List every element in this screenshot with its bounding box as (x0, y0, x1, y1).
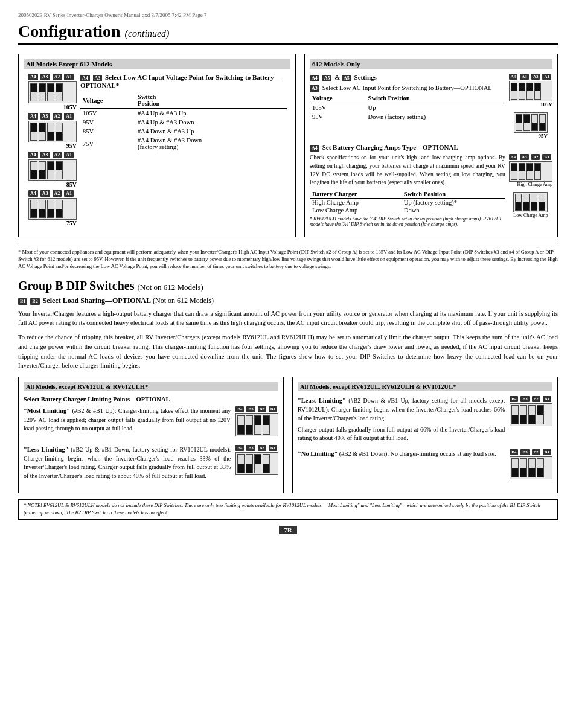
b1b2-title: B1 B2 Select Load Sharing—OPTIONAL (Not … (18, 296, 558, 305)
page-number: 7R (279, 526, 297, 534)
col-voltage: Voltage (80, 92, 135, 109)
dip-most-limiting: B4B3B2B1 (235, 406, 278, 436)
page-title: Configuration (continued) (18, 22, 558, 45)
left-box-header: All Models Except 612 Models (24, 59, 290, 69)
charging-amps-body: Check specifications on for your unit's … (310, 154, 505, 187)
table-row: High Charge Amp Up (factory setting)* (310, 199, 505, 207)
bottom-right-box: All Models, except RV612UL, RV612ULH & R… (292, 377, 558, 493)
charger-table: Battery Charger Switch Position High Cha… (310, 190, 505, 214)
right-subsection2: A4 Set Battery Charging Amps Type—OPTION… (310, 144, 552, 227)
group-b-para1: Your Inverter/Charger features a high-ou… (18, 309, 558, 328)
table-row: Low Charge Amp Down (310, 206, 505, 214)
no-limiting: B4B3B2B1 (298, 449, 552, 482)
table-row: 95V Down (factory setting) (310, 112, 505, 121)
col-switch-pos: SwitchPosition (135, 92, 287, 109)
dip-diagram-95v: A4A3A2A1 (28, 113, 77, 149)
badge-a3-left: A3 (93, 75, 103, 81)
voltage-table-right: Voltage Switch Position 105V Up (310, 94, 505, 121)
bottom-left-header: All Models, except RV612UL & RV612ULH* (24, 382, 278, 391)
less-limiting: B4B3B2B1 (24, 445, 278, 481)
dip-no-limiting: B4B3B2B1 (510, 449, 552, 479)
badge-a5-right: A5 (322, 75, 332, 81)
file-header: 200502023 RV Series Inverter-Charger Own… (18, 12, 558, 18)
least-limiting: B4B3B2B1 (298, 396, 552, 443)
bottom-right-header: All Models, except RV612UL, RV612ULH & R… (298, 382, 552, 391)
left-box-text: A4 A3 Select Low AC Input Voltage Point … (80, 74, 287, 226)
table-row: 105V #A4 Up & #A3 Up (80, 109, 287, 118)
dip-less-limiting: B4B3B2B1 (235, 445, 278, 475)
table-row: 105V Up (310, 103, 505, 113)
voltage-table-left: Voltage SwitchPosition 105V #A4 Up & #A3… (80, 92, 287, 152)
badge-a4-right: A4 (310, 75, 319, 81)
dip-diagram-r-105v: A4A3A2A1 (509, 74, 552, 107)
group-b-para2: To reduce the chance of tripping this br… (18, 333, 558, 371)
right-box: 612 Models Only A4 A5 & A5 Settings A3 (304, 54, 558, 237)
most-limiting: B4B3B2B1 (24, 406, 278, 439)
bottom-left-box: All Models, except RV612UL & RV612ULH* S… (18, 377, 284, 493)
table-row: 85V #A4 Down & #A3 Up (80, 127, 287, 136)
group-b-section: Group B DIP Switches (Not on 612 Models)… (18, 279, 558, 371)
group-b-title: Group B DIP Switches (Not on 612 Models) (18, 279, 558, 293)
right-box-header: 612 Models Only (310, 59, 552, 69)
dip-diagram-75v: A4A3A2A1 (28, 190, 77, 226)
badge-a4-left: A4 (80, 75, 90, 81)
dip-diagram-105v: A4A3A2A1 (28, 74, 77, 110)
bottom-footnote: * NOTE! RV612UL & RV612ULH models do not… (18, 499, 558, 520)
top-footnote: * Most of your connected appliances and … (18, 246, 558, 270)
bottom-section: All Models, except RV612UL & RV612ULH* S… (18, 377, 558, 493)
page-container: 200502023 RV Series Inverter-Charger Own… (18, 12, 558, 534)
top-section: All Models Except 612 Models A4A3A2A1 (18, 54, 558, 237)
table-row: 75V #A4 Down & #A3 Down(factory setting) (80, 136, 287, 152)
bottom-left-title: Select Battery Charger-Limiting Points—O… (24, 396, 278, 403)
dip-least-limiting: B4B3B2B1 (510, 396, 552, 426)
left-title: Select Low AC Input Voltage Point for Sw… (80, 74, 280, 89)
dip-diagram-r-95v: 95V (514, 112, 548, 139)
left-box: All Models Except 612 Models A4A3A2A1 (18, 54, 296, 237)
dip-diagram-high-charge: A4A3A2A1 (509, 154, 552, 187)
table-row: 95V #A4 Up & #A3 Down (80, 118, 287, 127)
dip-diagram-85v: A4A3A2A1 (28, 152, 77, 188)
charging-amps-footnote: * RV612ULH models have the 'A4' DIP Swit… (310, 216, 505, 227)
file-info: 200502023 RV Series Inverter-Charger Own… (18, 12, 207, 18)
least-limiting-body2: Charger output falls gradually from full… (298, 426, 552, 443)
dip-diagram-low-charge: Low Charge Amp (513, 192, 548, 218)
right-subsection1: A4 A5 & A5 Settings A3 Select Low AC Inp… (310, 74, 552, 139)
left-box-content: A4A3A2A1 (24, 74, 290, 226)
